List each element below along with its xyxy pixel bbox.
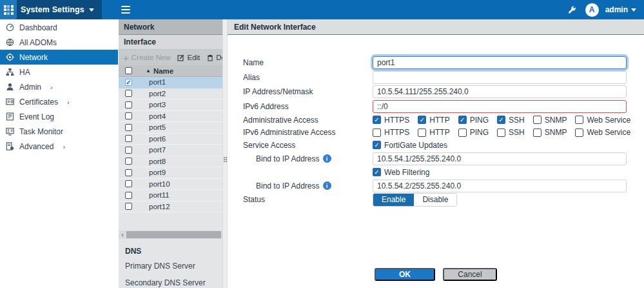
cancel-button[interactable]: Cancel [443,268,497,281]
ipv6-input[interactable] [373,100,627,113]
sidebar-item-all-adoms[interactable]: All ADOMs [0,35,118,50]
app-grid-icon[interactable] [0,0,17,19]
checkbox[interactable] [373,129,381,137]
interface-name: port11 [149,191,170,199]
create-new-button[interactable]: + Create New [123,53,170,63]
interface-table: ✓port1port2port3port4port5port6port7port… [119,77,222,212]
sidebar-item-label: Certificates [19,98,58,107]
name-input[interactable] [373,56,627,69]
table-row-port1[interactable]: ✓port1 [119,77,222,88]
checkbox[interactable] [575,129,583,137]
checkbox[interactable] [533,129,542,137]
row-checkbox[interactable] [125,101,132,108]
form-actions: OK Cancel [228,268,644,281]
sidebar-item-admin[interactable]: Admin› [0,79,118,94]
row-checkbox[interactable] [125,135,132,142]
checkbox-option-https[interactable]: HTTPS [373,128,409,137]
web-filtering-checkbox[interactable]: ✓ [373,168,381,176]
table-row-port12[interactable]: port12 [119,201,222,213]
checkbox[interactable]: ✓ [373,116,381,124]
ip-netmask-input[interactable] [373,85,627,98]
bind-ip-input-2[interactable] [373,180,627,192]
table-row-port5[interactable]: port5 [119,122,222,134]
checkbox-option-web-service[interactable]: Web Service [575,116,630,125]
web-filtering-option[interactable]: ✓ Web Filtering [373,168,429,177]
row-checkbox[interactable] [125,158,132,165]
checkbox[interactable]: ✓ [458,116,467,124]
checkbox-option-https[interactable]: ✓HTTPS [373,116,409,125]
table-row-port7[interactable]: port7 [119,145,222,156]
sidebar-item-dashboard[interactable]: Dashboard [0,20,118,35]
sidebar-item-certificates[interactable]: Certificates› [0,94,118,109]
row-checkbox[interactable] [125,169,132,176]
app-title-dropdown[interactable]: System Settings [17,0,102,19]
network-icon [6,53,14,61]
wrench-icon[interactable] [567,5,576,14]
interface-section-header: Interface [119,35,222,50]
checkbox[interactable] [533,116,542,124]
checkbox-option-http[interactable]: ✓HTTP [418,116,449,125]
row-checkbox[interactable] [125,147,132,154]
row-checkbox[interactable] [125,124,132,131]
avatar[interactable]: A [585,3,599,17]
delete-button[interactable]: Delete [207,54,222,61]
info-icon[interactable]: i [323,181,331,190]
sidebar-item-network[interactable]: Network [0,50,118,65]
info-icon[interactable]: i [323,154,331,163]
checkbox-option-ping[interactable]: PING [458,128,489,137]
row-checkbox[interactable] [125,192,132,199]
top-bar: System Settings A admin [0,0,644,19]
checkbox-option-web-service[interactable]: Web Service [575,128,630,137]
select-all-checkbox[interactable] [125,67,132,74]
table-row-port4[interactable]: port4 [119,111,222,123]
checkbox[interactable] [497,129,505,137]
user-menu[interactable]: A admin [585,3,644,17]
checkbox[interactable]: ✓ [418,116,426,124]
checkbox[interactable] [458,129,467,137]
scrollbar-thumb[interactable] [126,231,221,238]
row-checkbox[interactable] [125,180,132,187]
bind-ip-input-1[interactable] [373,152,627,165]
sidebar-item-advanced[interactable]: Advanced› [0,139,118,154]
row-checkbox[interactable] [125,90,132,97]
table-row-port6[interactable]: port6 [119,134,222,145]
fortigate-updates-option[interactable]: ✓ FortiGate Updates [373,141,447,150]
table-row-port11[interactable]: port11 [119,190,222,201]
checkbox-option-ping[interactable]: ✓PING [458,116,489,125]
checkbox[interactable] [575,116,583,124]
table-row-port9[interactable]: port9 [119,167,222,179]
table-row-port2[interactable]: port2 [119,88,222,100]
name-column-header[interactable]: ▲ Name [146,67,173,75]
sidebar-item-task-monitor[interactable]: Task Monitor [0,124,118,139]
certificate-icon [6,98,14,106]
table-row-port3[interactable]: port3 [119,99,222,111]
sidebar-item-event-log[interactable]: Event Log [0,109,118,124]
status-disable-button[interactable]: Disable [414,194,456,206]
sidebar-item-ha[interactable]: HA [0,65,118,79]
interface-name: port1 [149,78,166,86]
scroll-left-icon[interactable]: ‹ [119,231,126,239]
dashboard-icon [6,23,14,32]
row-checkbox[interactable] [125,112,132,119]
checkbox-option-ssh[interactable]: SSH [497,128,525,137]
alias-input[interactable] [373,71,627,84]
row-checkbox[interactable] [125,203,132,210]
fortigate-updates-checkbox[interactable]: ✓ [373,141,381,149]
checkbox-option-ssh[interactable]: ✓SSH [497,116,525,125]
sidebar-toggle-button[interactable] [121,6,130,14]
checkbox-option-snmp[interactable]: SNMP [533,116,567,125]
checkbox[interactable]: ✓ [497,116,505,124]
name-label: Name [243,56,373,67]
row-checkbox[interactable]: ✓ [125,79,132,86]
checkbox-option-http[interactable]: HTTP [418,128,449,137]
status-enable-button[interactable]: Enable [373,194,414,206]
checkbox-option-snmp[interactable]: SNMP [533,128,567,137]
web-filtering-label: Web Filtering [384,168,429,177]
table-row-port8[interactable]: port8 [119,156,222,168]
table-row-port10[interactable]: port10 [119,179,222,190]
edit-button[interactable]: Edit [177,54,200,61]
ok-button[interactable]: OK [375,268,435,281]
splitter-grip-icon[interactable] [223,155,227,164]
panel-splitter[interactable] [222,19,228,288]
checkbox[interactable] [418,129,426,137]
